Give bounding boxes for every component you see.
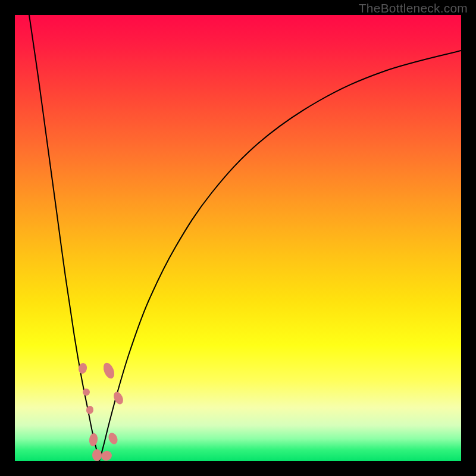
plot-area [15, 15, 461, 461]
data-marker [101, 361, 116, 380]
data-marker [92, 449, 102, 461]
chart-frame: TheBottleneck.com [0, 0, 476, 476]
watermark-text: TheBottleneck.com [359, 1, 468, 15]
data-marker [83, 389, 90, 396]
curve-right-branch [99, 51, 461, 461]
data-marker [89, 433, 99, 447]
curve-layer [15, 15, 461, 461]
data-marker [107, 431, 120, 446]
